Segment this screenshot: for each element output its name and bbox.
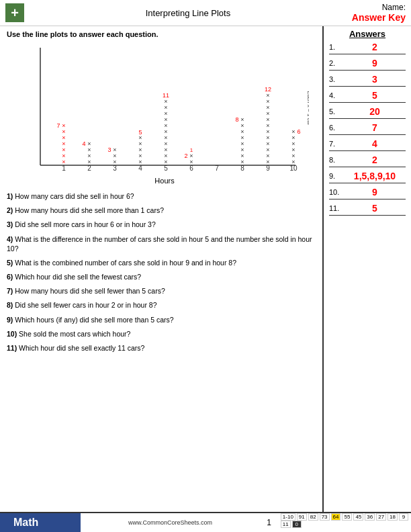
answer-row-9: 9. 1,5,8,9,10 [329,171,406,183]
svg-text:5: 5 [164,165,168,172]
answer-row-1: 1. 2 [329,42,406,54]
footer-page-num: 1 [260,513,278,532]
stat-91: 91 [297,513,307,521]
svg-text:×: × [266,98,269,105]
q8-text: Did she sell fewer cars in hour 2 or in … [15,301,156,309]
svg-text:3: 3 [107,146,111,153]
svg-text:8: 8 [240,165,244,172]
logo-icon [5,3,24,22]
svg-text:×: × [164,134,167,141]
question-7: 7) How many hours did she sell fewer tha… [7,286,316,296]
svg-text:8: 8 [235,116,238,123]
instruction-text: Use the line plots to answer each questi… [7,30,316,38]
answer-row-2: 2. 9 [329,58,406,71]
q10-text: She sold the most cars which hour? [19,330,130,338]
svg-text:2: 2 [87,165,91,172]
question-1: 1) How many cars did she sell in hour 6? [7,191,316,201]
q11-num: 11) [7,344,17,352]
q6-num: 6) [7,273,13,281]
svg-text:6: 6 [297,128,300,135]
svg-text:×: × [164,128,167,135]
svg-text:1: 1 [190,147,193,153]
svg-text:×: × [240,140,244,147]
svg-text:7: 7 [56,122,60,129]
svg-text:×: × [164,110,167,117]
svg-text:×: × [164,152,167,159]
svg-text:×: × [266,140,269,147]
hours-label: Hours [13,177,316,185]
answer-row-7: 7. 4 [329,138,406,151]
answer-row-3: 3. 3 [329,74,406,87]
stat-27: 27 [376,513,386,521]
stat-label-2: 11 [281,521,291,528]
chart-inner: 1 × × × × × × × 7 2 × × × × 4 [27,41,295,175]
answer-val-4: 5 [344,90,406,101]
stat-0: 0 [292,521,302,528]
answer-val-3: 3 [344,74,406,85]
left-panel: Use the line plots to answer each questi… [0,26,324,514]
page-header: Interpreting Line Plots Name: Answer Key [0,0,411,26]
svg-text:×: × [189,152,193,159]
question-10: 10) She sold the most cars which hour? [7,329,316,339]
svg-text:×: × [87,146,91,153]
svg-text:×: × [62,146,65,153]
answer-row-8: 8. 2 [329,154,406,167]
svg-text:×: × [113,152,116,159]
q6-text: Which hour did she sell the fewest cars? [15,273,141,281]
svg-text:×: × [291,159,295,165]
answer-num-9: 9. [329,172,344,180]
svg-text:×: × [62,140,65,147]
svg-text:6: 6 [189,165,193,172]
svg-text:×: × [240,128,244,135]
svg-text:10: 10 [289,165,298,172]
svg-text:×: × [113,146,116,153]
svg-text:×: × [266,146,269,153]
page-footer: Math www.CommonCoreSheets.com 1 1-10 91 … [0,512,411,532]
svg-text:×: × [62,128,65,135]
q9-num: 9) [7,316,13,324]
svg-text:×: × [138,146,142,153]
answer-key-label: Answer Key [352,12,406,23]
answer-row-10: 10. 9 [329,187,406,200]
answer-row-5: 5. 20 [329,106,406,119]
answer-val-10: 9 [344,187,406,197]
svg-text:×: × [62,152,65,159]
svg-text:7: 7 [215,165,219,172]
answer-val-2: 9 [344,58,406,69]
q4-num: 4) [7,235,13,243]
answer-num-1: 1. [329,43,344,51]
question-3: 3) Did she sell more cars in hour 6 or i… [7,220,316,229]
svg-text:×: × [164,122,167,129]
q9-text: Which hours (if any) did she sell more t… [15,316,173,324]
stat-36: 36 [365,513,375,521]
svg-text:4: 4 [82,140,85,147]
svg-text:×: × [87,140,91,147]
svg-text:4: 4 [138,165,142,172]
svg-text:×: × [266,92,269,99]
svg-text:×: × [138,140,142,147]
svg-text:×: × [266,104,269,111]
svg-text:12: 12 [265,86,271,93]
footer-stats-row-2: 11 0 [281,521,408,528]
q8-num: 8) [7,301,13,309]
chart-area: 1 × × × × × × × 7 2 × × × × 4 [13,41,316,189]
stat-label-1: 1-10 [281,513,295,521]
svg-text:×: × [240,152,244,159]
svg-text:×: × [113,159,116,165]
q1-num: 1) [7,192,13,200]
svg-text:×: × [291,128,295,135]
q1-text: How many cars did she sell in hour 6? [15,192,134,200]
page-title: Interpreting Line Plots [24,8,352,18]
svg-text:×: × [291,146,295,153]
line-plot-svg: 1 × × × × × × × 7 2 × × × × 4 [27,41,309,175]
name-label: Name: [352,3,406,12]
q4-text: What is the difference in the number of … [7,235,312,253]
q7-text: How many hours did she sell fewer than 5… [15,287,165,295]
answer-row-6: 6. 7 [329,122,406,135]
stat-18: 18 [387,513,398,521]
svg-text:×: × [87,152,91,159]
footer-stats: 1-10 91 82 73 64 55 45 36 27 18 9 11 0 [278,513,411,532]
svg-text:×: × [240,134,244,141]
q7-num: 7) [7,287,13,295]
stat-9: 9 [399,513,408,521]
